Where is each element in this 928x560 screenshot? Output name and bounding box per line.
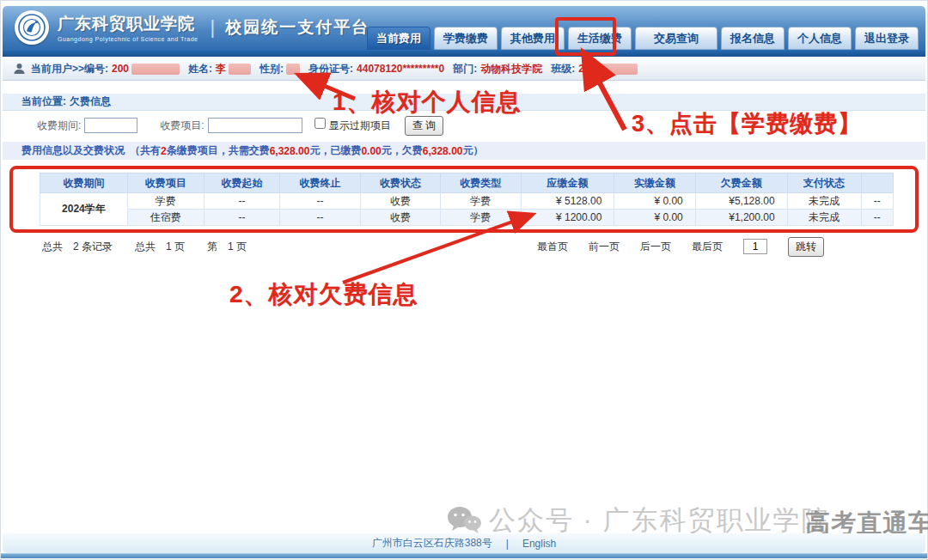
- cell-start: --: [204, 210, 280, 226]
- annotation-step1: 1、核对个人信息: [333, 86, 522, 119]
- redacted-id: [131, 64, 180, 75]
- show-expired-label: 显示过期项目: [329, 119, 391, 133]
- page-number-input[interactable]: [743, 239, 767, 254]
- current-page: 第 1 页: [207, 240, 247, 254]
- cell-period: 2024学年: [40, 193, 128, 226]
- col-item: 收费项目: [127, 173, 204, 193]
- redacted-gender: [286, 64, 300, 75]
- summary-paid: 0.00: [361, 145, 381, 157]
- col-status: 收费状态: [360, 173, 440, 193]
- tab-current-fees[interactable]: 当前费用: [367, 27, 430, 50]
- tab-tuition-payment[interactable]: 学费缴费: [434, 27, 498, 50]
- redacted-class: [593, 64, 638, 75]
- cell-extra: --: [861, 210, 893, 226]
- idcard-label: 身份证号:: [308, 62, 353, 76]
- user-id-partial: 200: [112, 63, 129, 75]
- fees-table-redbox: 收费期间 收费项目 收费起始 收费终止 收费状态 收费类型 应缴金额 实缴金额 …: [9, 166, 919, 233]
- summary-owed: 6,328.00: [423, 145, 463, 157]
- next-page-link[interactable]: 后一页: [640, 240, 671, 254]
- summary-p4: 元，欠费: [382, 143, 423, 158]
- show-expired-checkbox[interactable]: [314, 118, 326, 129]
- tab-personal-info[interactable]: 个人信息: [788, 27, 852, 50]
- tab-registration-info[interactable]: 报名信息: [721, 27, 785, 50]
- cell-payable: ¥ 1200.00: [521, 210, 614, 226]
- summary-title: 费用信息以及交费状况: [21, 143, 125, 158]
- tab-logout[interactable]: 退出登录: [855, 27, 919, 50]
- col-pay-status: 支付状态: [787, 173, 861, 193]
- annotation-arrows: [1, 1, 928, 560]
- fee-summary-bar: 费用信息以及交费状况 （共有 2 条缴费项目，共需交费 6,328.00 元，已…: [3, 142, 925, 160]
- prev-page-link[interactable]: 前一页: [589, 240, 620, 254]
- jump-button[interactable]: 跳转: [788, 237, 824, 257]
- first-page-link[interactable]: 最首页: [537, 240, 568, 254]
- payment-platform-page: 广东科贸职业学院 Guangdong Polytechnic of Scienc…: [0, 0, 928, 560]
- app-header: 广东科贸职业学院 Guangdong Polytechnic of Scienc…: [3, 6, 925, 51]
- brand: 广东科贸职业学院 Guangdong Polytechnic of Scienc…: [15, 10, 369, 45]
- tab-other-fees[interactable]: 其他费用: [501, 27, 565, 50]
- user-info-bar: 当前用户>>编号: 200 姓名: 李 性别: 身份证号: 44078120**…: [3, 58, 925, 81]
- breadcrumb-value: 欠费信息: [70, 94, 111, 109]
- table-row: 2024学年 学费 -- -- 收费 学费 ¥ 5128.00 ¥ 0.00 ¥…: [40, 193, 894, 210]
- cell-type: 学费: [441, 210, 521, 226]
- brand-titles: 广东科贸职业学院 Guangdong Polytechnic of Scienc…: [58, 13, 198, 42]
- cell-status: 收费: [360, 210, 440, 226]
- cell-owed: ¥1,200.00: [695, 210, 787, 226]
- summary-p1: （共有: [130, 143, 161, 158]
- period-input[interactable]: [84, 118, 137, 133]
- footer: 广州市白云区石庆路388号 | English: [1, 533, 927, 558]
- cell-pay-status: 未完成: [787, 193, 861, 210]
- summary-total: 6,328.00: [270, 145, 310, 157]
- user-name-partial: 李: [216, 62, 226, 76]
- cell-item: 住宿费: [127, 210, 204, 226]
- cell-payable: ¥ 5128.00: [521, 193, 614, 210]
- item-input[interactable]: [208, 118, 302, 133]
- redacted-name: [229, 64, 251, 75]
- col-owed: 欠费金额: [695, 173, 787, 193]
- school-name: 广东科贸职业学院: [58, 13, 198, 35]
- class-label: 班级:: [551, 62, 575, 76]
- gender-label: 性别:: [259, 62, 284, 76]
- platform-title: 校园统一支付平台: [225, 16, 369, 39]
- annotation-step2: 2、核对欠费信息: [229, 278, 418, 311]
- cell-extra: --: [861, 193, 893, 210]
- dept-value: 动物科技学院: [480, 62, 542, 76]
- footer-english-link[interactable]: English: [522, 538, 556, 550]
- title-divider: |: [210, 16, 215, 39]
- page-count: 总共 1 页: [135, 240, 185, 254]
- school-logo-icon: [15, 10, 49, 45]
- breadcrumb-label: 当前位置:: [21, 94, 66, 109]
- cell-owed: ¥5,128.00: [695, 193, 787, 210]
- last-page-link[interactable]: 最后页: [692, 240, 723, 254]
- summary-count: 2: [161, 145, 167, 157]
- table-row: 住宿费 -- -- 收费 学费 ¥ 1200.00 ¥ 0.00 ¥1,200.…: [40, 210, 894, 226]
- user-prefix-label: 当前用户>>编号:: [31, 62, 108, 76]
- cell-end: --: [280, 193, 360, 210]
- cell-end: --: [280, 210, 360, 226]
- item-label: 收费项目:: [160, 119, 204, 133]
- annotation-step3: 3、点击【学费缴费】: [632, 108, 862, 139]
- tab-transaction-query[interactable]: 交易查询: [635, 27, 717, 50]
- wechat-icon: [446, 505, 482, 536]
- tab-living-payment[interactable]: 生活缴费: [568, 27, 632, 50]
- period-label: 收费期间:: [37, 119, 81, 133]
- footer-bar: 广州市白云区石庆路388号 | English: [3, 533, 925, 553]
- summary-p2: 条缴费项目，共需交费: [167, 143, 270, 158]
- summary-p3: 元，已缴费: [309, 143, 361, 158]
- footer-address: 广州市白云区石庆路388号: [372, 536, 492, 551]
- col-period: 收费期间: [40, 173, 128, 193]
- fees-table: 收费期间 收费项目 收费起始 收费终止 收费状态 收费类型 应缴金额 实缴金额 …: [40, 173, 894, 226]
- record-count: 总共 2 条记录: [42, 240, 113, 254]
- col-extra: [861, 173, 893, 193]
- col-paid: 实缴金额: [614, 173, 695, 193]
- col-payable: 应缴金额: [521, 173, 614, 193]
- footer-strip: [1, 553, 927, 558]
- name-label: 姓名:: [188, 62, 212, 76]
- school-name-en: Guangdong Polytechnic of Science and Tra…: [58, 36, 198, 42]
- summary-p5: 元）: [462, 143, 483, 158]
- pagination-summary: 总共 2 条记录 总共 1 页 第 1 页: [1, 240, 247, 254]
- dept-label: 部门:: [453, 62, 477, 76]
- cell-status: 收费: [360, 193, 440, 210]
- cell-item: 学费: [127, 193, 204, 210]
- pagination: 总共 2 条记录 总共 1 页 第 1 页 最首页 前一页 后一页 最后页 跳转: [1, 237, 927, 256]
- cell-start: --: [204, 193, 280, 210]
